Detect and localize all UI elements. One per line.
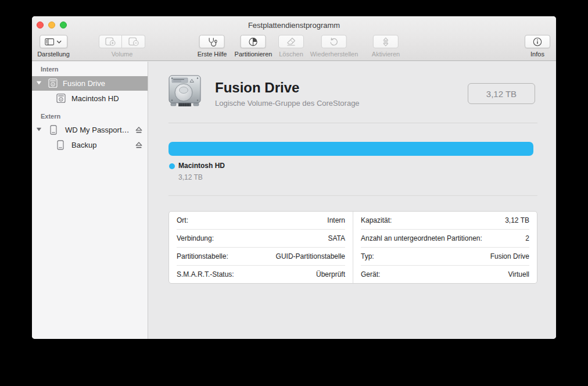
info-label: Ort:	[177, 216, 188, 224]
disk-utility-window: Festplattendienstprogramm Darstellung	[32, 16, 556, 339]
info-label: Verbindung:	[177, 234, 214, 242]
toolbar-label-view: Darstellung	[37, 51, 70, 58]
eraser-icon	[286, 37, 296, 46]
legend-divider	[168, 195, 537, 196]
external-drive-icon	[49, 125, 58, 135]
capacity-badge: 3,12 TB	[468, 83, 535, 104]
info-value: Überprüft	[316, 270, 345, 278]
restore-arrow-icon	[329, 37, 339, 47]
toolbar-label-restore: Wiederherstellen	[310, 51, 358, 58]
toolbar-label-partition: Partitionieren	[235, 51, 273, 58]
info-value: Intern	[327, 216, 345, 224]
mount-button[interactable]	[373, 35, 399, 48]
info-row-connection: Verbindung: SATA	[177, 229, 345, 247]
sidebar-item-label: WD My Passport…	[65, 126, 130, 134]
usage-bar	[168, 142, 533, 156]
info-label: Partitionstabelle:	[177, 252, 228, 260]
eject-icon	[135, 141, 143, 149]
sidebar-icon	[45, 38, 54, 45]
view-button[interactable]	[40, 35, 67, 48]
toolbar-item-partition: Partitionieren	[235, 35, 273, 58]
eject-button[interactable]	[134, 126, 143, 134]
hard-drive-icon	[166, 72, 203, 109]
info-label: S.M.A.R.T.-Status:	[177, 270, 234, 278]
info-row-partition-map: Partitionstabelle: GUID-Partitionstabell…	[177, 247, 345, 265]
info-value: 2	[525, 234, 529, 242]
sidebar: Intern Fusion Drive	[32, 62, 148, 339]
info-icon	[533, 37, 542, 47]
external-volume-icon	[56, 140, 65, 150]
add-volume-icon	[105, 37, 116, 46]
toolbar-item-erase: Löschen	[278, 35, 304, 58]
info-row-capacity: Kapazität: 3,12 TB	[361, 212, 529, 229]
info-value: GUID-Partitionstabelle	[276, 252, 345, 260]
legend-volume-size: 3,12 TB	[178, 173, 203, 181]
restore-button[interactable]	[321, 35, 347, 48]
toolbar-item-view: Darstellung	[37, 35, 70, 58]
toolbar-label-info: Infos	[530, 51, 544, 58]
usage-bar-segment	[168, 142, 533, 156]
toolbar-label-mount: Aktivieren	[372, 51, 400, 58]
info-label: Gerät:	[361, 270, 380, 278]
device-title: Fusion Drive	[215, 80, 299, 96]
info-value: Virtuell	[508, 270, 529, 278]
info-value: Fusion Drive	[490, 252, 529, 260]
sidebar-section-internal: Intern	[41, 66, 59, 73]
toolbar-item-first-aid: Erste Hilfe	[198, 35, 227, 58]
partition-button[interactable]	[241, 35, 266, 48]
main-pane: Fusion Drive Logische Volume-Gruppe des …	[148, 62, 556, 339]
toolbar-item-info: Infos	[525, 35, 550, 58]
legend-volume-name: Macintosh HD	[178, 162, 225, 170]
sidebar-section-external: Extern	[41, 113, 60, 120]
window-title: Festplattendienstprogramm	[32, 21, 556, 30]
add-volume-button[interactable]	[99, 35, 122, 48]
info-value: SATA	[328, 234, 345, 242]
header-divider	[168, 123, 537, 123]
info-label: Anzahl an untergeordneten Partitionen:	[361, 234, 482, 242]
sidebar-item-label: Backup	[71, 141, 96, 149]
info-row-location: Ort: Intern	[177, 212, 345, 229]
sidebar-item-label: Macintosh HD	[71, 94, 119, 103]
info-row-type: Typ: Fusion Drive	[361, 247, 529, 265]
toolbar-label-erase: Löschen	[279, 51, 303, 58]
toolbar-label-first-aid: Erste Hilfe	[198, 51, 227, 58]
partition-pie-icon	[249, 37, 258, 47]
eject-icon	[135, 126, 143, 134]
first-aid-button[interactable]	[199, 35, 225, 48]
mount-icon	[382, 37, 389, 47]
sidebar-item-fusion-drive[interactable]: Fusion Drive	[32, 76, 148, 91]
chevron-down-icon	[56, 40, 62, 44]
info-table-right-column: Kapazität: 3,12 TB Anzahl an untergeordn…	[353, 212, 537, 283]
remove-volume-button[interactable]	[122, 35, 145, 48]
disclosure-triangle-icon[interactable]	[36, 81, 42, 85]
internal-drive-icon	[48, 78, 58, 88]
info-label: Typ:	[361, 252, 374, 260]
sidebar-item-macintosh-hd[interactable]: Macintosh HD	[32, 91, 148, 106]
info-label: Kapazität:	[361, 216, 392, 224]
internal-volume-icon	[56, 94, 66, 103]
eject-button[interactable]	[134, 141, 143, 149]
legend-dot-icon	[169, 163, 175, 169]
title-toolbar-chrome: Festplattendienstprogramm Darstellung	[32, 16, 556, 61]
erase-button[interactable]	[278, 35, 304, 48]
toolbar-item-mount: Aktivieren	[372, 35, 400, 58]
info-value: 3,12 TB	[505, 216, 529, 224]
stethoscope-icon	[207, 37, 217, 47]
info-row-smart-status: S.M.A.R.T.-Status: Überprüft	[177, 265, 345, 283]
sidebar-item-wd-my-passport[interactable]: WD My Passport…	[32, 123, 148, 137]
sidebar-item-label: Fusion Drive	[63, 79, 105, 88]
remove-volume-icon	[128, 37, 139, 46]
info-row-device: Gerät: Virtuell	[361, 265, 529, 283]
info-table: Ort: Intern Verbindung: SATA Partitionst…	[168, 211, 537, 284]
toolbar-item-restore: Wiederherstellen	[310, 35, 358, 58]
sidebar-item-backup[interactable]: Backup	[32, 138, 148, 152]
info-button[interactable]	[525, 35, 550, 48]
toolbar-label-volume: Volume	[112, 51, 133, 58]
toolbar-item-volume: Volume	[99, 35, 145, 58]
disclosure-triangle-icon[interactable]	[36, 127, 42, 131]
info-row-children: Anzahl an untergeordneten Partitionen: 2	[361, 229, 529, 247]
info-table-left-column: Ort: Intern Verbindung: SATA Partitionst…	[169, 212, 353, 283]
device-subtitle: Logische Volume-Gruppe des CoreStorage	[215, 99, 360, 108]
